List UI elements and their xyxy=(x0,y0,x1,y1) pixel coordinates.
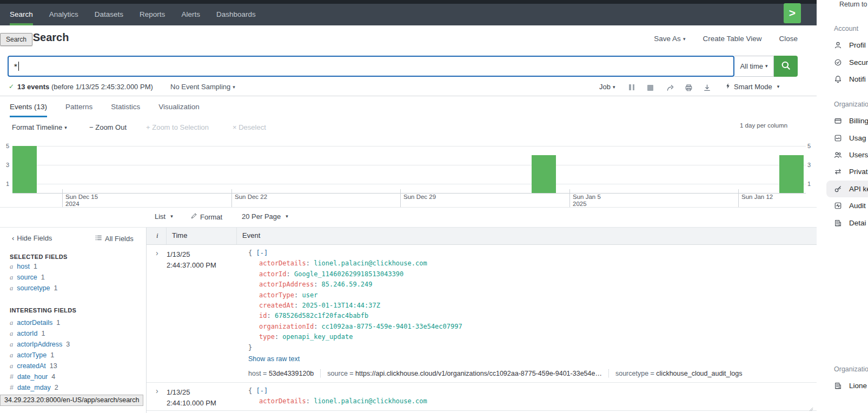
tab-patterns[interactable]: Patterns xyxy=(65,97,92,117)
nav-item-datasets[interactable]: Datasets xyxy=(95,4,123,25)
field-date_hour[interactable]: #date_hour4 xyxy=(0,371,146,382)
pause-icon[interactable] xyxy=(629,84,634,92)
menu-item-lione[interactable]: Lione xyxy=(817,377,868,394)
json-key[interactable]: organizationId xyxy=(259,323,314,330)
per-page-menu[interactable]: 20 Per Page▾ xyxy=(242,212,288,221)
deselect-button[interactable]: × Deselect xyxy=(233,123,266,131)
save-as-button[interactable]: Save As▾ xyxy=(654,35,685,43)
nav-item-analytics[interactable]: Analytics xyxy=(49,4,78,25)
export-icon[interactable] xyxy=(703,84,711,94)
menu-item-secur[interactable]: Secur xyxy=(817,54,868,70)
field-sourcetype[interactable]: asourcetype1 xyxy=(0,283,146,294)
job-menu[interactable]: Job▾ xyxy=(599,83,615,91)
splunk-logo-icon[interactable]: > xyxy=(784,3,801,23)
create-table-view-button[interactable]: Create Table View xyxy=(703,35,761,43)
share-job-icon[interactable] xyxy=(666,84,674,94)
json-value[interactable]: 678526d582c1f20fac4babfb xyxy=(275,312,368,319)
field-createdAt[interactable]: acreatedAt13 xyxy=(0,361,146,371)
menu-item-billing[interactable]: Billing xyxy=(817,112,868,129)
json-value[interactable]: user xyxy=(302,291,317,299)
search-button[interactable] xyxy=(774,56,798,77)
json-key[interactable]: actorId xyxy=(259,270,287,278)
collapse-json-link[interactable]: [-] xyxy=(256,387,268,395)
time-range-picker[interactable]: All time▾ xyxy=(734,56,774,77)
collapse-json-link[interactable]: [-] xyxy=(256,249,268,257)
tab-visualization[interactable]: Visualization xyxy=(158,97,200,117)
results-tabs: Events (13)PatternsStatisticsVisualizati… xyxy=(0,97,817,117)
nav-item-search[interactable]: Search xyxy=(10,4,33,25)
stop-icon[interactable] xyxy=(647,85,653,91)
menu-item-profil[interactable]: Profil xyxy=(817,37,868,54)
string-field-icon: a xyxy=(10,319,13,327)
json-value[interactable]: lionel.palacin@clickhouse.com xyxy=(314,259,427,267)
menu-item-detai[interactable]: Detai xyxy=(817,214,868,231)
menu-item-privat[interactable]: Privat xyxy=(817,163,868,180)
field-actorIpAddress[interactable]: aactorIpAddress3 xyxy=(0,339,146,350)
menu-item-users[interactable]: Users xyxy=(817,146,868,163)
event-time[interactable]: 1/13/252:44:10.000 PM xyxy=(167,383,242,410)
return-to-link[interactable]: Return to xyxy=(839,1,867,8)
menu-item-api-ke[interactable]: API ke xyxy=(826,181,868,197)
menu-item-notifi[interactable]: Notifi xyxy=(817,71,868,88)
events-table-header: i Time Event xyxy=(147,228,817,245)
zoom-out-button[interactable]: − Zoom Out xyxy=(89,123,127,131)
nav-item-dashboards[interactable]: Dashboards xyxy=(216,4,256,25)
all-fields-link[interactable]: All Fields xyxy=(95,234,134,243)
field-name: date_mday xyxy=(17,384,51,391)
json-key[interactable]: id xyxy=(259,312,267,319)
minus-icon: − xyxy=(89,123,94,131)
json-key[interactable]: type xyxy=(259,333,275,341)
json-value[interactable]: lionel.palacin@clickhouse.com xyxy=(314,397,427,405)
nav-item-reports[interactable]: Reports xyxy=(140,4,165,25)
meta-field-value[interactable]: https://api.clickhouse.cloud/v1/organiza… xyxy=(355,370,602,377)
field-date_mday[interactable]: #date_mday2 xyxy=(0,382,146,393)
search-icon xyxy=(781,61,791,72)
expand-event-icon[interactable]: › xyxy=(147,245,167,382)
json-key[interactable]: actorDetails xyxy=(259,259,306,267)
event-sampling-menu[interactable]: No Event Sampling▾ xyxy=(170,83,235,91)
app-navigation-bar: SearchAnalyticsDatasetsReportsAlertsDash… xyxy=(0,4,817,25)
close-button[interactable]: Close xyxy=(779,35,798,43)
json-value[interactable]: Google_114602629918513043390 xyxy=(294,270,403,278)
event-time[interactable]: 1/13/252:44:37.000 PM xyxy=(167,245,242,382)
histogram-bar[interactable] xyxy=(532,155,556,193)
field-actorType[interactable]: aactorType1 xyxy=(0,350,146,361)
field-host[interactable]: ahost1 xyxy=(0,261,146,272)
meta-field-value[interactable]: clickhouse_cloud_audit_logs xyxy=(656,370,742,377)
histogram-bar[interactable] xyxy=(12,146,37,194)
format-results-menu[interactable]: Format xyxy=(190,212,222,221)
event-timeline-histogram[interactable]: 553311Sun Dec 152024Sun Dec 22Sun Dec 29… xyxy=(0,138,817,208)
json-colon: : xyxy=(306,397,314,405)
tab-statistics[interactable]: Statistics xyxy=(111,97,140,117)
zoom-to-selection-button[interactable]: + Zoom to Selection xyxy=(146,123,209,131)
field-source[interactable]: asource1 xyxy=(0,272,146,283)
field-actorDetails[interactable]: aactorDetails1 xyxy=(0,317,146,328)
meta-field-value[interactable]: 53de4339120b xyxy=(269,370,314,377)
format-timeline-menu[interactable]: Format Timeline▾ xyxy=(12,123,67,131)
search-mode-menu[interactable]: Smart Mode▾ xyxy=(725,83,779,91)
list-view-menu[interactable]: List▾ xyxy=(155,212,173,221)
json-key[interactable]: actorIpAddress xyxy=(259,281,314,288)
numeric-field-icon: # xyxy=(10,373,14,381)
field-actorId[interactable]: aactorId1 xyxy=(0,328,146,339)
json-key[interactable]: createdAt xyxy=(259,302,294,309)
json-key[interactable]: actorDetails xyxy=(259,397,306,405)
menu-item-usag[interactable]: Usag xyxy=(817,129,868,146)
show-raw-text-link[interactable]: Show as raw text xyxy=(248,354,300,364)
search-input[interactable]: * xyxy=(8,56,734,77)
expand-event-icon[interactable]: › xyxy=(147,383,167,410)
print-icon[interactable] xyxy=(685,84,693,94)
hide-fields-link[interactable]: ‹Hide Fields xyxy=(12,234,52,242)
json-key[interactable]: actorType xyxy=(259,291,294,299)
tab-events-13-[interactable]: Events (13) xyxy=(10,97,47,117)
json-value[interactable]: 85.246.59.249 xyxy=(322,281,373,288)
json-value[interactable]: openapi_key_update xyxy=(282,333,353,341)
string-field-icon: a xyxy=(10,274,13,281)
event-row: ›1/13/252:44:10.000 PM{ [-]actorDetails:… xyxy=(147,383,817,411)
json-value[interactable]: 2025-01-13T14:44:37Z xyxy=(302,302,380,309)
menu-item-audit[interactable]: Audit xyxy=(817,197,868,214)
histogram-bar[interactable] xyxy=(779,155,804,193)
nav-item-alerts[interactable]: Alerts xyxy=(181,4,200,25)
json-value[interactable]: cc1092aa-8775-459e-9401-33e54ec07997 xyxy=(322,323,462,330)
meta-field: host = 53de4339120b xyxy=(248,370,314,377)
